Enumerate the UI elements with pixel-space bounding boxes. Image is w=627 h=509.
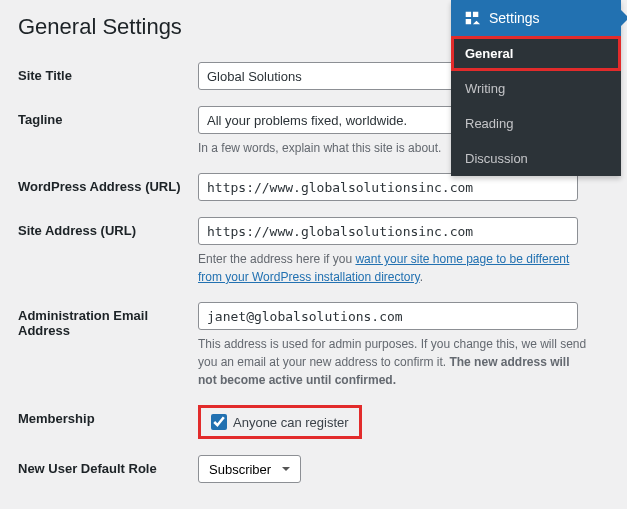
row-wp-address: WordPress Address (URL): [18, 173, 609, 201]
row-admin-email: Administration Email Address This addres…: [18, 302, 609, 389]
label-site-title: Site Title: [18, 62, 198, 83]
flyout-item-general[interactable]: General: [451, 36, 621, 71]
flyout-item-discussion[interactable]: Discussion: [451, 141, 621, 176]
settings-icon: [463, 9, 481, 27]
row-default-role: New User Default Role Subscriber: [18, 455, 609, 483]
label-tagline: Tagline: [18, 106, 198, 127]
desc-site-address: Enter the address here if you want your …: [198, 250, 588, 286]
checkbox-label: Anyone can register: [233, 415, 349, 430]
membership-highlight: Anyone can register: [198, 405, 362, 439]
flyout-item-writing[interactable]: Writing: [451, 71, 621, 106]
label-site-address: Site Address (URL): [18, 217, 198, 238]
input-admin-email[interactable]: [198, 302, 578, 330]
checkbox-anyone-register[interactable]: [211, 414, 227, 430]
row-membership: Membership Anyone can register: [18, 405, 609, 439]
desc-admin-email: This address is used for admin purposes.…: [198, 335, 588, 389]
label-admin-email: Administration Email Address: [18, 302, 198, 338]
label-wp-address: WordPress Address (URL): [18, 173, 198, 194]
settings-flyout: Settings General Writing Reading Discuss…: [451, 0, 621, 176]
label-membership: Membership: [18, 405, 198, 426]
row-site-address: Site Address (URL) Enter the address her…: [18, 217, 609, 286]
flyout-header[interactable]: Settings: [451, 0, 621, 36]
flyout-item-reading[interactable]: Reading: [451, 106, 621, 141]
select-default-role[interactable]: Subscriber: [198, 455, 301, 483]
input-site-address[interactable]: [198, 217, 578, 245]
label-default-role: New User Default Role: [18, 455, 198, 476]
input-wp-address[interactable]: [198, 173, 578, 201]
